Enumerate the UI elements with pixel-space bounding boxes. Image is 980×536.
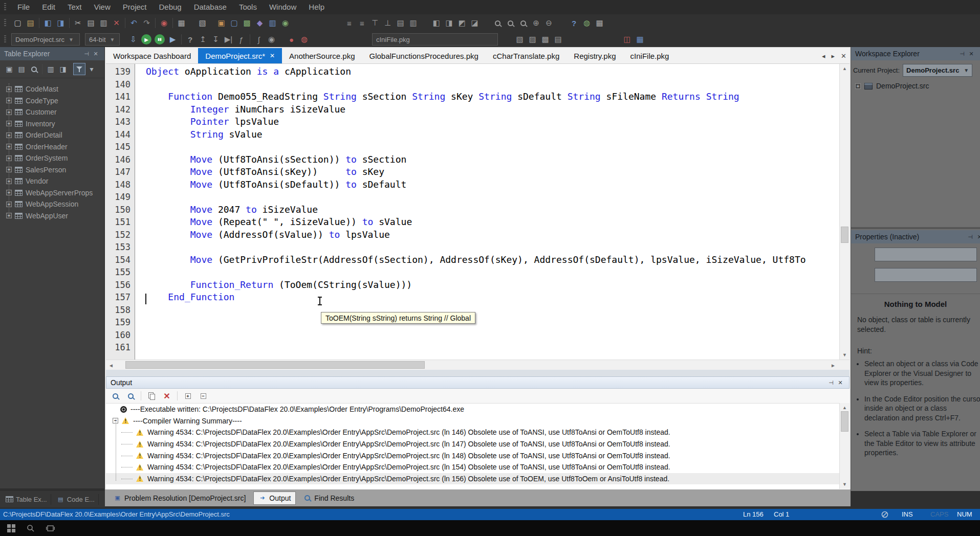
menu-item-edit[interactable]: Edit [36, 0, 61, 14]
table-tree-item-webappsession[interactable]: +WebAppSession [0, 198, 104, 210]
current-file-dropdown[interactable]: cIniFile.pkg [372, 33, 498, 46]
table-tree-item-webappuser[interactable]: +WebAppUser [0, 210, 104, 222]
panel-splitter[interactable] [851, 227, 980, 229]
code-line-143[interactable]: 143 Pointer lpsValue [106, 116, 839, 128]
menu-item-database[interactable]: Database [188, 0, 233, 14]
output-row-3[interactable]: Warning 4534: C:\ProjectsDF\DataFlex 20.… [106, 438, 850, 450]
editor-vertical-scrollbar[interactable]: ▲ ▼ [839, 64, 850, 360]
tab-close-icon[interactable]: ✕ [841, 52, 846, 60]
editor-tab-cchartranslate-pkg[interactable]: cCharTranslate.pkg [486, 48, 567, 63]
debug-help-icon[interactable]: ? [184, 33, 197, 46]
editor-horizontal-scrollbar[interactable]: ◄ ► [106, 360, 850, 370]
code-editor[interactable]: 139Object oApplication is a cApplication… [106, 64, 850, 360]
code-line-154[interactable]: 154 Move (GetPrivProfileStr(AddressOf(sS… [106, 254, 839, 266]
license-icon[interactable]: ◍ [580, 17, 593, 29]
code-line-155[interactable]: 155 [106, 266, 839, 279]
code-line-153[interactable]: 153 [106, 241, 839, 254]
comment-icon[interactable]: ▤ [394, 17, 407, 29]
pause-icon[interactable]: ▮▮ [155, 34, 165, 44]
save-all-icon[interactable]: ◨ [54, 17, 67, 29]
expand-icon[interactable]: + [6, 98, 12, 103]
project-selector-dropdown[interactable]: DemoProject.src▼ [11, 33, 80, 46]
expand-icon[interactable]: + [6, 121, 12, 126]
editor-tab-anothersource-pkg[interactable]: AnotherSource.pkg [282, 48, 362, 63]
code-explorer-icon[interactable]: ▩ [241, 17, 253, 29]
goto-icon[interactable]: ⊖ [542, 17, 555, 29]
new-file-icon[interactable]: ▢ [11, 17, 24, 29]
class-selector-dropdown[interactable] [875, 268, 977, 282]
webapp-icon[interactable]: ◉ [279, 17, 292, 29]
collapse-all-icon[interactable]: − [198, 391, 208, 401]
find-next-icon[interactable] [125, 391, 136, 401]
table-tree-item-webappserverprops[interactable]: +WebAppServerProps [0, 187, 104, 199]
windows-icon[interactable]: ◪ [468, 17, 481, 29]
expand-icon[interactable]: + [6, 144, 12, 149]
pin-icon[interactable]: ⊣ [826, 378, 836, 387]
table-viewer-icon[interactable]: ▦ [634, 33, 646, 46]
redo-icon[interactable]: ↷ [140, 17, 153, 29]
copy-icon[interactable]: ▤ [84, 17, 97, 29]
justify-icon[interactable]: ≡ [356, 17, 368, 29]
scroll-up-icon[interactable]: ▲ [840, 405, 850, 410]
code-line-156[interactable]: 156 Function_Return (ToOem(CString(sValu… [106, 279, 839, 292]
workspace-tree-item[interactable]: + DemoProject.src [851, 80, 980, 90]
menu-item-project[interactable]: Project [117, 0, 153, 14]
find-icon[interactable] [491, 17, 504, 29]
expand-icon[interactable]: + [6, 213, 12, 218]
tile-view-icon[interactable]: ◨ [443, 17, 455, 29]
expand-icon[interactable]: + [6, 86, 12, 92]
split-view-icon[interactable]: ◧ [430, 17, 443, 29]
database-builder-icon[interactable]: ▥ [266, 17, 279, 29]
scroll-up-icon[interactable]: ▲ [840, 66, 850, 71]
current-project-dropdown[interactable]: DemoProject.src ▼ [903, 64, 972, 77]
table-properties-icon[interactable]: ▥ [45, 63, 57, 75]
step-into-icon[interactable]: ↥ [197, 33, 209, 46]
code-line-139[interactable]: 139Object oApplication is a cApplication [106, 65, 839, 78]
editor-tab-cinifile-pkg[interactable]: cIniFile.pkg [623, 48, 677, 63]
menu-item-debug[interactable]: Debug [153, 0, 187, 14]
expand-icon[interactable]: + [6, 132, 12, 138]
code-line-151[interactable]: 151 Move (Repeat(" ", iSizeValue)) to sV… [106, 216, 839, 229]
function-keys-icon[interactable]: ƒ [235, 33, 248, 46]
editor-tab-workspace-dashboard[interactable]: Workspace Dashboard [106, 48, 198, 63]
outdent-icon[interactable]: ⊥ [381, 17, 394, 29]
expand-icon[interactable]: + [6, 109, 12, 115]
code-line-160[interactable]: 160 [106, 329, 839, 342]
output-row-5[interactable]: Warning 4534: C:\ProjectsDF\DataFlex 20.… [106, 461, 850, 473]
table-tree-item-salesperson[interactable]: +SalesPerson [0, 164, 104, 176]
cascade-icon[interactable]: ◩ [455, 17, 468, 29]
filter-tables-icon[interactable] [73, 63, 85, 75]
table-tree-item-customer[interactable]: +Customer [0, 106, 104, 118]
close-icon[interactable]: ✕ [836, 378, 845, 387]
close-icon[interactable]: ✕ [91, 49, 100, 58]
help-icon[interactable]: ? [568, 17, 580, 29]
code-line-149[interactable]: 149 [106, 191, 839, 204]
record-macro-icon[interactable]: ◉ [158, 17, 170, 29]
expand-icon[interactable]: + [6, 155, 12, 161]
code-line-147[interactable]: 147 Move (Utf8ToAnsi(sKey)) to sKey [106, 166, 839, 178]
compare-icon[interactable]: ◫ [621, 33, 634, 46]
step-out-icon[interactable]: ↧ [209, 33, 222, 46]
start-menu-icon[interactable] [7, 524, 15, 532]
breakpoint-icon[interactable]: ● [285, 33, 298, 46]
code-line-146[interactable]: 146 Move (Utf8ToAnsi(sSection)) to sSect… [106, 153, 839, 166]
uncomment-icon[interactable]: ▥ [407, 17, 420, 29]
copy-output-icon[interactable] [146, 391, 157, 401]
run-icon[interactable]: ▶ [141, 34, 151, 44]
table-tree-item-vendor[interactable]: +Vendor [0, 175, 104, 187]
task-view-icon[interactable] [46, 525, 55, 532]
expand-icon[interactable]: + [6, 167, 12, 172]
trace-icon[interactable]: ∫ [252, 33, 265, 46]
undo-icon[interactable]: ↶ [127, 17, 140, 29]
delete-icon[interactable]: ✕ [110, 17, 123, 29]
bookmark-icon[interactable]: ⊕ [530, 17, 542, 29]
breakpoints-list-icon[interactable]: ◍ [298, 33, 311, 46]
output-row-2[interactable]: Warning 4534: C:\ProjectsDF\DataFlex 20.… [106, 427, 850, 438]
scroll-right-icon[interactable]: ► [828, 360, 838, 370]
macro-icon[interactable]: ▨ [526, 33, 539, 46]
close-icon[interactable]: ✕ [975, 232, 980, 241]
grid-icon[interactable]: ▦ [593, 17, 606, 29]
menu-item-help[interactable]: Help [302, 0, 331, 14]
clear-output-icon[interactable]: ✕ [162, 391, 172, 401]
scrollbar-thumb[interactable] [841, 411, 848, 432]
